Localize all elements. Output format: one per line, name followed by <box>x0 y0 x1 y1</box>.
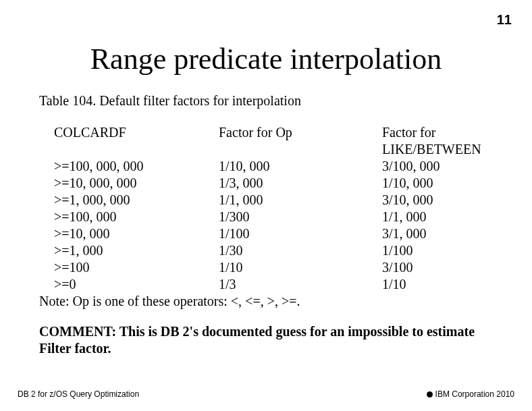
table-cell: 1/3, 000 <box>219 175 382 192</box>
table-cell: 1/1, 000 <box>219 192 382 209</box>
table-cell: >=10, 000, 000 <box>39 175 219 192</box>
table-cell: 1/300 <box>219 209 382 225</box>
content-area: Table 104. Default filter factors for in… <box>0 92 532 357</box>
table-cell: >=10, 000 <box>39 225 219 242</box>
note-text: Note: Op is one of these operators: <, <… <box>39 293 497 310</box>
table-cell: >=100 <box>39 259 219 276</box>
table-cell: 1/10 <box>219 259 382 276</box>
table-cell: 1/100 <box>219 225 382 242</box>
comment-line1: COMMENT: This is DB 2's documented guess… <box>39 324 475 339</box>
column-header-factor-like-line1: Factor for <box>382 125 435 140</box>
table-cell: 1/30 <box>219 242 382 259</box>
column-header-factor-like-line2: LIKE/BETWEEN <box>382 142 481 157</box>
table-cell: 3/100 <box>382 259 497 276</box>
table-cell: 1/1, 000 <box>382 209 497 225</box>
table-cell: 1/10, 000 <box>219 158 382 175</box>
table-cell: >=1, 000 <box>39 242 219 259</box>
comment-line2: Filter factor. <box>39 341 111 356</box>
footer-right: IBM Corporation 2010 <box>427 389 514 399</box>
table-cell: 1/3 <box>219 276 382 293</box>
column-header-factor-op: Factor for Op <box>219 124 382 158</box>
table-cell: 1/10 <box>382 276 497 293</box>
table-cell: 1/10, 000 <box>382 175 497 192</box>
column-header-colcardf: COLCARDF <box>39 124 219 158</box>
table-cell: >=100, 000, 000 <box>39 158 219 175</box>
table-cell: >=100, 000 <box>39 209 219 225</box>
page-number: 11 <box>497 12 512 28</box>
table-cell: 3/1, 000 <box>382 225 497 242</box>
table-cell: 3/10, 000 <box>382 192 497 209</box>
bullet-icon <box>427 391 433 398</box>
page-title: Range predicate interpolation <box>0 42 532 76</box>
column-header-factor-like: Factor for LIKE/BETWEEN <box>382 124 497 158</box>
table-caption: Table 104. Default filter factors for in… <box>39 92 497 109</box>
comment-text: COMMENT: This is DB 2's documented guess… <box>39 323 497 357</box>
filter-factor-table: COLCARDF Factor for Op Factor for LIKE/B… <box>39 124 497 293</box>
table-cell: >=1, 000, 000 <box>39 192 219 209</box>
table-cell: 3/100, 000 <box>382 158 497 175</box>
table-cell: >=0 <box>39 276 219 293</box>
footer-left: DB 2 for z/OS Query Optimization <box>18 389 139 399</box>
table-cell: 1/100 <box>382 242 497 259</box>
footer-right-text: IBM Corporation 2010 <box>435 389 514 399</box>
